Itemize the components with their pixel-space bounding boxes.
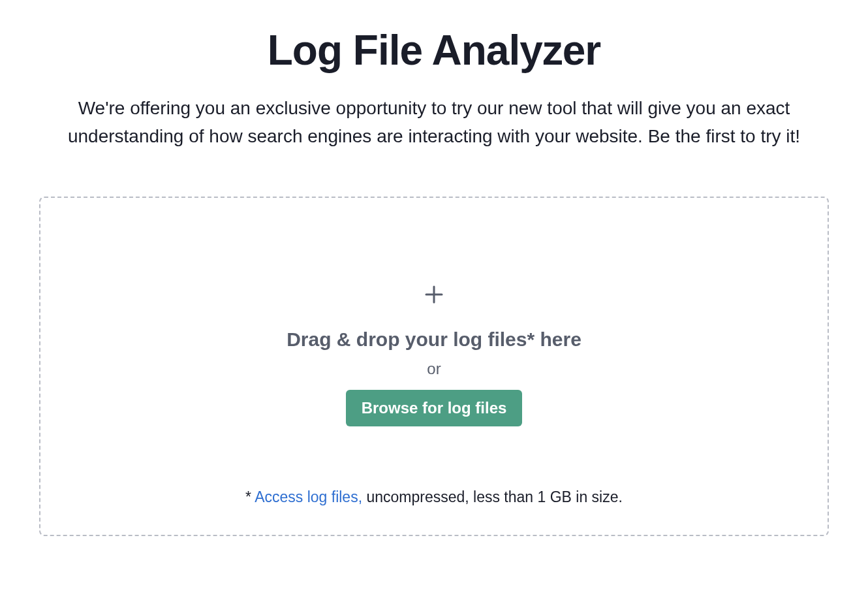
- file-dropzone[interactable]: Drag & drop your log files* here or Brow…: [39, 197, 829, 536]
- plus-icon: [422, 283, 446, 309]
- footnote-prefix: *: [245, 488, 255, 505]
- page-title: Log File Analyzer: [268, 26, 601, 74]
- page-subtitle: We're offering you an exclusive opportun…: [49, 94, 819, 151]
- main-container: Log File Analyzer We're offering you an …: [39, 26, 829, 536]
- footnote-text: * Access log files, uncompressed, less t…: [245, 488, 623, 506]
- footnote-suffix: uncompressed, less than 1 GB in size.: [362, 488, 623, 505]
- browse-files-button[interactable]: Browse for log files: [346, 390, 523, 426]
- access-log-files-link[interactable]: Access log files,: [255, 488, 362, 505]
- drag-drop-text: Drag & drop your log files* here: [287, 328, 581, 351]
- or-separator: or: [427, 360, 441, 378]
